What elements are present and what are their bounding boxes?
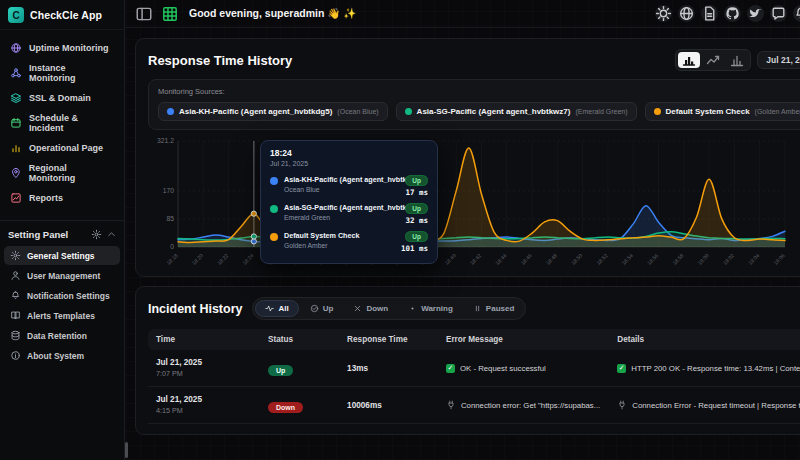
apps-grid-icon[interactable] xyxy=(161,5,179,23)
source-color-name: (Emerald Green) xyxy=(575,108,627,115)
tooltip-series-color: Golden Amber xyxy=(284,242,395,249)
sidebar-item-schedule-incident[interactable]: Schedule & Incident xyxy=(4,109,120,137)
svg-text:19:00: 19:00 xyxy=(696,252,710,266)
response-time-card: Response Time History Jul 21, 2025 Monit… xyxy=(135,38,800,277)
report-icon xyxy=(10,192,22,204)
filter-all[interactable]: All xyxy=(255,300,298,317)
vertical-scrollbar[interactable] xyxy=(125,442,128,458)
topbar: Good evening, superadmin 👋 ✨ S xyxy=(125,0,800,28)
monitoring-source-chip[interactable]: Asia-KH-Pacific (Agent agent_hvbtkdg5)(O… xyxy=(158,102,388,121)
chart-title: Response Time History xyxy=(148,53,292,68)
area-chart-button[interactable] xyxy=(678,52,700,68)
app-title: CheckCle App xyxy=(30,9,102,21)
db-icon xyxy=(10,330,21,341)
tooltip-series-color: Ocean Blue xyxy=(284,186,399,193)
source-name: Asia-KH-Pacific (Agent agent_hvbtkdg5) xyxy=(179,107,332,116)
filter-label: Up xyxy=(323,304,334,313)
settings-item-notification-settings[interactable]: Notification Settings xyxy=(4,286,120,305)
series-color-dot xyxy=(270,177,278,185)
check-circle-icon xyxy=(310,304,319,313)
main-area: Good evening, superadmin 👋 ✨ S Response … xyxy=(125,0,800,460)
tooltip-value: 101 ms xyxy=(401,244,428,253)
language-icon[interactable] xyxy=(678,5,695,22)
filter-label: All xyxy=(278,304,288,313)
filter-warning[interactable]: Warning xyxy=(399,301,462,316)
chart-area[interactable]: 085170321.218:1818:2018:2218:2418:2618:2… xyxy=(148,136,800,268)
incident-time: 7:07 PM xyxy=(156,369,268,378)
filter-down[interactable]: Down xyxy=(344,301,397,316)
dot-icon xyxy=(408,304,417,313)
sidebar-item-regional-monitoring[interactable]: Regional Monitoring xyxy=(4,159,120,187)
sidebar-item-uptime-monitoring[interactable]: Uptime Monitoring xyxy=(4,38,120,58)
svg-text:18:56: 18:56 xyxy=(646,252,660,266)
tooltip-date: Jul 21, 2025 xyxy=(270,160,428,167)
bell-icon xyxy=(10,290,21,301)
monitoring-source-chip[interactable]: Default System Check(Golden Amber) xyxy=(645,102,800,121)
filter-paused[interactable]: Paused xyxy=(464,301,523,316)
tooltip-series-name: Default System Check xyxy=(284,231,395,240)
svg-text:18:18: 18:18 xyxy=(165,252,179,266)
sidebar-toggle-icon[interactable] xyxy=(135,5,153,23)
settings-item-user-management[interactable]: User Management xyxy=(4,266,120,285)
tooltip-value: 32 ms xyxy=(405,216,428,225)
status-badge: Up xyxy=(405,203,428,214)
tooltip-time: 18:24 xyxy=(270,148,428,158)
date-filter-button[interactable]: Jul 21, 2025 xyxy=(757,51,800,69)
app-logo-row[interactable]: C CheckCle App xyxy=(0,0,124,30)
status-badge: Up xyxy=(405,231,428,242)
filter-up[interactable]: Up xyxy=(301,301,343,316)
settings-item-alerts-templates[interactable]: Alerts Templates xyxy=(4,306,120,325)
bars-icon xyxy=(10,142,22,154)
sidebar-item-reports[interactable]: Reports xyxy=(4,188,120,208)
chevron-up-icon[interactable] xyxy=(107,230,116,239)
source-color-dot xyxy=(654,108,661,115)
settings-panel-header[interactable]: Setting Panel xyxy=(0,221,124,244)
settings-panel-label: Setting Panel xyxy=(8,229,68,240)
incident-row[interactable]: Jul 21, 20257:07 PMUp13ms✓OK - Request s… xyxy=(148,350,800,387)
chat-icon[interactable] xyxy=(770,5,787,22)
bar-chart-button[interactable] xyxy=(726,52,748,68)
source-name: Asia-SG-Pacific (Agent agent_hvbtkwz7) xyxy=(417,107,571,116)
book-icon xyxy=(10,310,21,321)
line-chart-button[interactable] xyxy=(702,52,724,68)
svg-text:19:06: 19:06 xyxy=(772,252,786,266)
details-message: ✓HTTP 200 OK - Response time: 13.42ms | … xyxy=(617,364,800,373)
details-message: Connection Error - Request timeout | Res… xyxy=(617,400,800,410)
monitoring-source-chip[interactable]: Asia-SG-Pacific (Agent agent_hvbtkwz7)(E… xyxy=(396,102,637,121)
series-color-dot xyxy=(270,205,278,213)
pause-icon xyxy=(473,304,482,313)
column-header: Error Message xyxy=(446,335,617,344)
settings-item-label: Alerts Templates xyxy=(27,311,95,321)
check-icon: ✓ xyxy=(446,364,455,373)
settings-item-label: About System xyxy=(27,351,84,361)
incident-date: Jul 21, 2025 xyxy=(156,395,268,404)
sidebar-item-operational-page[interactable]: Operational Page xyxy=(4,138,120,158)
sidebar: C CheckCle App Uptime MonitoringInstance… xyxy=(0,0,125,460)
twitter-icon[interactable] xyxy=(747,5,764,22)
sidebar-item-ssl-domain[interactable]: SSL & Domain xyxy=(4,88,120,108)
monitoring-sources-label: Monitoring Sources: xyxy=(158,87,800,96)
source-name: Default System Check xyxy=(666,107,750,116)
gear-icon xyxy=(91,229,102,240)
theme-icon[interactable] xyxy=(655,5,672,22)
settings-item-about-system[interactable]: About System xyxy=(4,346,120,365)
x-icon xyxy=(353,304,362,313)
svg-text:0: 0 xyxy=(170,243,174,250)
settings-item-label: General Settings xyxy=(27,251,95,261)
github-icon[interactable] xyxy=(724,5,741,22)
incident-row[interactable]: Jul 21, 20254:15 PMDown10006msConnection… xyxy=(148,387,800,424)
response-time-value: 10006ms xyxy=(347,401,446,410)
settings-item-data-retention[interactable]: Data Retention xyxy=(4,326,120,345)
sidebar-item-label: Reports xyxy=(29,193,63,203)
response-time-value: 13ms xyxy=(347,364,446,373)
docs-icon[interactable] xyxy=(701,5,718,22)
sidebar-item-instance-monitoring[interactable]: Instance Monitoring xyxy=(4,59,120,87)
activity-icon xyxy=(265,304,274,313)
svg-text:85: 85 xyxy=(166,215,174,222)
response-time-chart[interactable]: 085170321.218:1818:2018:2218:2418:2618:2… xyxy=(148,136,793,268)
source-color-name: (Golden Amber) xyxy=(755,108,800,115)
bell-icon[interactable] xyxy=(793,5,800,22)
settings-item-general-settings[interactable]: General Settings xyxy=(4,246,120,265)
svg-text:18:42: 18:42 xyxy=(469,252,483,266)
sidebar-item-label: Instance Monitoring xyxy=(29,63,114,83)
